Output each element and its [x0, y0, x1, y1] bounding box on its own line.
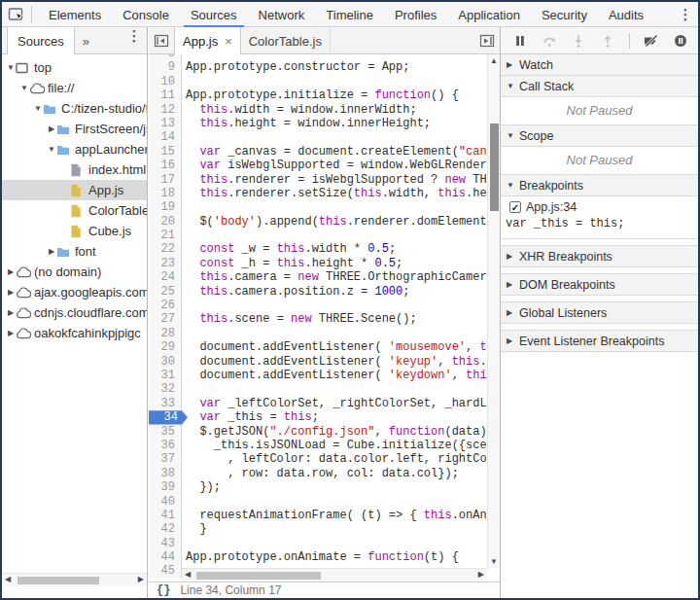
- chevron-right-icon[interactable]: ▶: [6, 329, 16, 337]
- editor-horizontal-scrollbar[interactable]: ◀ ▶: [182, 568, 487, 582]
- tab-application[interactable]: Application: [447, 2, 531, 27]
- line-number-gutter[interactable]: 25: [149, 285, 182, 299]
- line-number-gutter[interactable]: 11: [149, 88, 182, 102]
- code-line[interactable]: 33 var _leftColorSet, _rightColorSet, _h…: [149, 397, 500, 410]
- step-into-icon[interactable]: [571, 33, 586, 49]
- code-line[interactable]: 16 var isWebglSupported = window.WebGLRe…: [149, 159, 500, 172]
- line-number-gutter[interactable]: 38: [149, 467, 182, 480]
- line-number-gutter[interactable]: 30: [149, 355, 182, 369]
- code-line[interactable]: 31 document.addEventListener( 'keydown',…: [149, 369, 500, 382]
- tree-item-cdnjs-cloudflare-com[interactable]: ▶cdnjs.cloudflare.com: [2, 302, 147, 323]
- tab-audits[interactable]: Audits: [598, 2, 654, 27]
- code-line[interactable]: 27 this.scene = new THREE.Scene();: [149, 312, 500, 326]
- tab-sources-pane[interactable]: Sources: [7, 27, 75, 54]
- line-number-gutter[interactable]: 36: [149, 439, 182, 452]
- tab-security[interactable]: Security: [531, 2, 598, 27]
- line-number-gutter[interactable]: 28: [149, 327, 182, 340]
- step-out-icon[interactable]: [600, 33, 615, 49]
- line-number-gutter[interactable]: 33: [149, 397, 182, 410]
- section-header-call-stack[interactable]: ▼Call Stack: [501, 76, 698, 96]
- code-line[interactable]: 30 document.addEventListener( 'keyup', t…: [149, 355, 500, 369]
- section-header-breakpoints[interactable]: ▼Breakpoints: [501, 175, 698, 195]
- close-icon[interactable]: ×: [225, 34, 232, 49]
- code-line[interactable]: 42 }: [149, 522, 500, 536]
- tree-item-colortable-js[interactable]: ColorTable.js: [2, 200, 147, 221]
- line-number-gutter[interactable]: 41: [149, 509, 182, 522]
- section-header-scope[interactable]: ▼Scope: [501, 125, 698, 146]
- panel-right-icon[interactable]: [474, 27, 500, 54]
- line-number-gutter[interactable]: 13: [149, 117, 182, 130]
- tree-item-applauncher-a[interactable]: ▼appLauncher/a: [2, 139, 147, 159]
- code-line[interactable]: 28: [149, 327, 500, 340]
- pause-on-exceptions-icon[interactable]: [673, 33, 688, 49]
- line-number-gutter[interactable]: 31: [149, 369, 182, 382]
- breakpoint-entry[interactable]: ✓App.js:34var _this = this;: [501, 195, 698, 238]
- line-number-gutter[interactable]: 34: [149, 410, 182, 424]
- line-number-gutter[interactable]: 26: [149, 299, 182, 312]
- line-number-gutter[interactable]: 14: [149, 130, 182, 144]
- code-line[interactable]: 12 this.width = window.innerWidth;: [149, 103, 500, 117]
- tree-item-c-tizen-studio-t[interactable]: ▼C:/tizen-studio/t: [2, 98, 147, 119]
- tree-item-ajax-googleapis-com[interactable]: ▶ajax.googleapis.com: [2, 282, 147, 302]
- code-line[interactable]: 11App.prototype.initialize = function() …: [149, 88, 500, 102]
- chevron-down-icon[interactable]: ▼: [33, 104, 43, 113]
- code-line[interactable]: 44App.prototype.onAnimate = function(t) …: [149, 550, 500, 564]
- line-number-gutter[interactable]: 12: [149, 103, 182, 117]
- tree-item-cube-js[interactable]: Cube.js: [2, 221, 147, 241]
- code-line[interactable]: 36 _this.isJSONLoad = Cube.initialize({s…: [149, 439, 500, 452]
- chevron-right-icon[interactable]: ▶: [47, 124, 56, 133]
- tree-item-app-js[interactable]: App.js: [2, 180, 147, 200]
- section-header-global-listeners[interactable]: ▶Global Listeners: [501, 302, 698, 323]
- line-number-gutter[interactable]: 42: [149, 522, 182, 536]
- code-line[interactable]: 37 , leftColor: data.color.left, rightCo…: [149, 452, 500, 466]
- scroll-right-icon[interactable]: ▶: [478, 570, 484, 579]
- line-number-gutter[interactable]: 20: [149, 215, 182, 229]
- line-number-gutter[interactable]: 10: [149, 75, 182, 88]
- line-number-gutter[interactable]: 32: [149, 382, 182, 396]
- section-header-event-listener-breakpoints[interactable]: ▶Event Listener Breakpoints: [501, 331, 698, 351]
- scroll-left-icon[interactable]: ◀: [5, 575, 11, 583]
- scrollbar-thumb[interactable]: [196, 572, 321, 580]
- code-line[interactable]: 10: [149, 75, 500, 88]
- sidebar-horizontal-scrollbar[interactable]: ◀ ▶: [2, 573, 147, 586]
- line-number-gutter[interactable]: 22: [149, 242, 182, 256]
- code-line[interactable]: 38 , row: data.row, col: data.col});: [149, 467, 500, 480]
- line-number-gutter[interactable]: 18: [149, 187, 182, 200]
- chevrons-right-icon[interactable]: »: [75, 27, 97, 54]
- code-line[interactable]: 40: [149, 495, 500, 509]
- line-number-gutter[interactable]: 37: [149, 452, 182, 466]
- section-header-dom-breakpoints[interactable]: ▶DOM Breakpoints: [501, 274, 698, 295]
- source-code-viewer[interactable]: 89App.prototype.constructor = App;1011Ap…: [149, 54, 500, 582]
- code-line[interactable]: 18 this.renderer.setSize(this.width, thi…: [149, 187, 500, 200]
- code-line[interactable]: 15 var _canvas = document.createElement(…: [149, 145, 500, 159]
- scroll-left-icon[interactable]: ◀: [185, 570, 191, 579]
- code-line[interactable]: 25 this.camera.position.z = 1000;: [149, 285, 500, 299]
- tab-sources[interactable]: Sources: [180, 2, 248, 27]
- inspect-element-icon[interactable]: [2, 2, 31, 27]
- line-number-gutter[interactable]: 45: [149, 564, 182, 578]
- line-number-gutter[interactable]: 17: [149, 173, 182, 187]
- section-header-xhr-breakpoints[interactable]: ▶XHR Breakpoints: [501, 246, 698, 266]
- tree-item-top[interactable]: ▼top: [2, 57, 147, 78]
- chevron-right-icon[interactable]: ▶: [47, 247, 56, 256]
- code-line[interactable]: 19: [149, 200, 500, 214]
- line-number-gutter[interactable]: 24: [149, 270, 182, 284]
- scroll-up-icon[interactable]: ▲: [488, 56, 500, 65]
- code-line[interactable]: 35 $.getJSON("./config.json", function(d…: [149, 425, 500, 439]
- chevron-right-icon[interactable]: ▶: [6, 308, 16, 317]
- line-number-gutter[interactable]: 40: [149, 495, 182, 509]
- tab-profiles[interactable]: Profiles: [384, 2, 447, 27]
- code-line[interactable]: 41 requestAnimationFrame( (t) => { this.…: [149, 509, 500, 522]
- code-line[interactable]: 26: [149, 299, 500, 312]
- line-number-gutter[interactable]: 44: [149, 550, 182, 564]
- line-number-gutter[interactable]: 35: [149, 425, 182, 439]
- tab-elements[interactable]: Elements: [38, 2, 112, 27]
- code-line[interactable]: 32: [149, 382, 500, 396]
- tree-item-index-html[interactable]: index.html: [2, 159, 147, 180]
- line-number-gutter[interactable]: 29: [149, 340, 182, 354]
- line-number-gutter[interactable]: 19: [149, 200, 182, 214]
- tree-item-oakokfcahinkpjpigc[interactable]: ▶oakokfcahinkpjpigc: [2, 323, 147, 343]
- code-line[interactable]: 22 const _w = this.width * 0.5;: [149, 242, 500, 256]
- step-over-icon[interactable]: [542, 33, 557, 49]
- code-line[interactable]: 34 var _this = this;: [149, 410, 500, 424]
